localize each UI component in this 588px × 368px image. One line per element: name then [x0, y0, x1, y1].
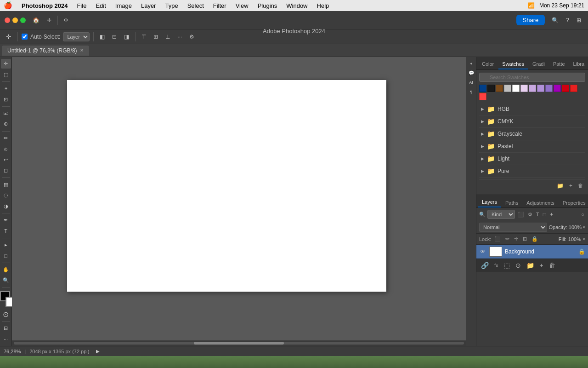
arrange-button[interactable]: ⊞ [574, 16, 583, 25]
apple-menu[interactable]: 🍎 [4, 1, 12, 10]
options-icon[interactable]: ⚙ [62, 16, 70, 24]
menu-type[interactable]: Type [163, 2, 180, 9]
swatch-group-pure-header[interactable]: ▶ 📁 Pure [479, 167, 585, 176]
swatch-black[interactable] [487, 85, 495, 92]
new-swatch-btn[interactable]: + [567, 182, 574, 190]
crop-tool[interactable]: ⊡ [1, 94, 11, 104]
swatch-group-cmyk-header[interactable]: ▶ 📁 CMYK [479, 117, 585, 126]
pen-tool[interactable]: ✒ [1, 215, 11, 225]
menu-plugins[interactable]: Plugins [256, 2, 279, 9]
tab-libraries[interactable]: Libra [570, 59, 588, 69]
swatch-group-rgb-header[interactable]: ▶ 📁 RGB [479, 104, 585, 114]
dodge-tool[interactable]: ◑ [1, 201, 11, 211]
delete-swatch-btn[interactable]: 🗑 [576, 182, 585, 190]
side-collapse-btn[interactable]: ◂ [467, 59, 475, 67]
tab-gradients[interactable]: Gradi [529, 59, 548, 69]
share-button[interactable]: Share [516, 15, 545, 25]
align-center-h[interactable]: ⊟ [110, 32, 119, 41]
shape-tool[interactable]: □ [1, 251, 11, 260]
layer-row-background[interactable]: 👁 Background 🔒 [476, 245, 588, 259]
fill-value[interactable]: 100% [568, 236, 581, 242]
new-layer-btn[interactable]: + [538, 261, 545, 270]
menu-window[interactable]: Window [284, 2, 309, 9]
filter-toggle[interactable]: ○ [580, 211, 585, 218]
hand-tool[interactable]: ✋ [1, 264, 11, 274]
layer-mask-btn[interactable]: ⬚ [502, 261, 512, 270]
tab-patterns[interactable]: Patte [549, 59, 569, 69]
menu-edit[interactable]: Edit [94, 2, 107, 9]
tab-color[interactable]: Color [478, 59, 498, 69]
history-brush[interactable]: ↩ [1, 155, 11, 165]
new-adjustment-btn[interactable]: ⊙ [514, 261, 523, 270]
swatch-violet[interactable] [554, 85, 561, 92]
zoom-tool[interactable]: 🔍 [1, 276, 11, 285]
gradient-tool[interactable]: ▤ [1, 179, 11, 189]
menu-layer[interactable]: Layer [139, 2, 158, 9]
selection-tool[interactable]: ⬚ [1, 69, 11, 79]
swatch-group-grayscale-header[interactable]: ▶ 📁 Grayscale [479, 129, 585, 138]
doc-tab-close[interactable]: ✕ [80, 48, 84, 53]
tab-properties[interactable]: Properties [559, 198, 588, 207]
menu-help[interactable]: Help [315, 2, 331, 9]
side-paragraph-btn[interactable]: ¶ [467, 88, 475, 96]
canvas-settings[interactable]: ⚙ [187, 32, 197, 41]
filter-adjust-btn[interactable]: ⚙ [527, 211, 533, 218]
align-right[interactable]: ◨ [122, 32, 131, 41]
menu-filter[interactable]: Filter [211, 2, 228, 9]
filter-shape-btn[interactable]: □ [542, 211, 547, 218]
status-arrow-btn[interactable]: ▶ [94, 347, 102, 355]
lock-position-btn[interactable]: ✛ [513, 235, 520, 243]
brush-tool[interactable]: ✏ [1, 133, 11, 143]
tab-layers[interactable]: Layers [478, 197, 501, 207]
swatch-lavender[interactable] [520, 85, 528, 92]
opacity-value[interactable]: 100% [569, 224, 582, 230]
quick-mask-btn[interactable]: ⊙ [1, 310, 11, 319]
help-button[interactable]: ? [564, 16, 571, 25]
swatch-red-dark[interactable] [562, 85, 569, 92]
search-button[interactable]: 🔍 [549, 16, 561, 25]
screen-mode-btn[interactable]: ⊟ [1, 323, 11, 333]
lock-pixels-btn[interactable]: ⬛ [493, 235, 502, 243]
side-chat-btn[interactable]: 💬 [467, 69, 475, 77]
swatch-red-light[interactable] [479, 93, 486, 100]
tab-paths[interactable]: Paths [502, 198, 522, 207]
delete-layer-btn[interactable]: 🗑 [547, 261, 557, 270]
path-select[interactable]: ▸ [1, 240, 11, 250]
layer-select[interactable]: Layer [63, 32, 90, 41]
lock-all-btn[interactable]: 🔒 [530, 235, 539, 243]
side-ai-btn[interactable]: AI [467, 78, 475, 86]
minimize-button[interactable] [12, 17, 18, 23]
auto-select-checkbox[interactable] [22, 34, 28, 40]
menu-select[interactable]: Select [186, 2, 206, 9]
close-button[interactable] [5, 17, 10, 23]
tab-swatches[interactable]: Swatches [498, 59, 528, 69]
swatch-brown[interactable] [496, 85, 503, 92]
swatch-white[interactable] [512, 85, 520, 92]
move-tool-left[interactable]: ✛ [1, 59, 11, 69]
link-layers-btn[interactable]: 🔗 [479, 261, 491, 270]
swatch-purple-light[interactable] [529, 85, 536, 92]
align-bottom[interactable]: ⊥ [163, 32, 172, 41]
align-middle-v[interactable]: ⊞ [151, 32, 160, 41]
new-group-btn[interactable]: 📁 [525, 261, 536, 270]
lock-artboard-btn[interactable]: ⊞ [521, 235, 528, 243]
blend-mode-select[interactable]: Normal [479, 223, 547, 232]
swatches-search-input[interactable] [479, 73, 585, 82]
blur-tool[interactable]: ◌ [1, 190, 11, 200]
swatch-blue-dark[interactable] [479, 85, 486, 92]
lock-paint-btn[interactable]: ✏ [504, 235, 511, 243]
move-tool-btn[interactable]: ✛ [45, 16, 54, 25]
new-swatch-folder-btn[interactable]: 📁 [555, 182, 565, 190]
eraser-tool[interactable]: ◻ [1, 166, 11, 175]
move-tool[interactable]: ✛ [4, 32, 14, 42]
swatch-group-pastel-header[interactable]: ▶ 📁 Pastel [479, 142, 585, 151]
align-left[interactable]: ◧ [97, 32, 107, 41]
filter-smart-btn[interactable]: ✦ [548, 211, 554, 218]
kind-filter-select[interactable]: Kind [487, 210, 515, 219]
menu-image[interactable]: Image [113, 2, 134, 9]
align-top[interactable]: ⊤ [139, 32, 148, 41]
swatch-red[interactable] [570, 85, 577, 92]
swatch-purple-mid[interactable] [537, 85, 544, 92]
swatch-silver[interactable] [504, 85, 511, 92]
maximize-button[interactable] [20, 17, 26, 23]
